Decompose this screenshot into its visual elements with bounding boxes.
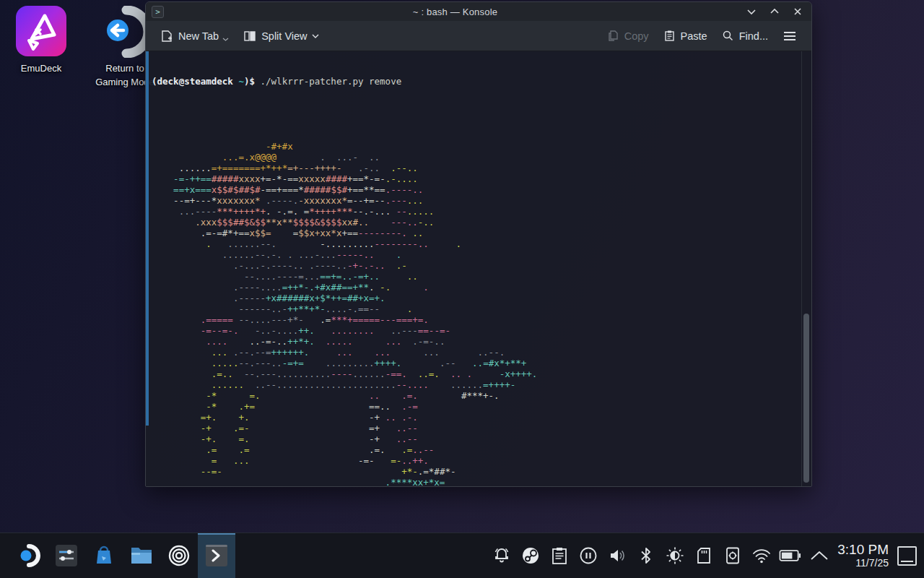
- desktop-icon-label: EmuDeck: [1, 62, 81, 76]
- system-settings-icon: [54, 543, 79, 568]
- paste-button[interactable]: Paste: [656, 25, 715, 46]
- paste-icon: [663, 30, 676, 42]
- chevron-down-icon: [222, 30, 229, 42]
- device-settings-button[interactable]: [721, 543, 744, 568]
- split-view-icon: [243, 30, 256, 43]
- bluetooth-icon: [638, 546, 654, 565]
- return-to-gaming-mode-icon: [99, 6, 151, 58]
- battery-indicator[interactable]: [779, 543, 801, 568]
- paste-label: Paste: [681, 30, 707, 42]
- device-gear-icon: [725, 546, 741, 565]
- wifi-icon: [751, 547, 772, 564]
- konsole-task-button[interactable]: [198, 533, 235, 578]
- show-desktop-button[interactable]: [897, 546, 917, 566]
- emudeck-icon: [15, 6, 67, 58]
- hamburger-icon: [783, 30, 797, 42]
- steam-button[interactable]: [519, 543, 541, 568]
- konsole-tab-icon: >: [152, 6, 164, 18]
- chevron-down-icon: [311, 32, 320, 40]
- speaker-icon: [608, 546, 627, 565]
- taskbar: 3:10 PM 11/7/25: [0, 532, 924, 578]
- concentric-circles-icon: [167, 544, 191, 567]
- discover-icon: [92, 544, 116, 567]
- wifi-button[interactable]: [750, 543, 772, 568]
- pause-circle-icon: [579, 546, 598, 565]
- desktop-icon-emudeck[interactable]: EmuDeck: [1, 6, 81, 76]
- clock-time: 3:10 PM: [837, 543, 889, 558]
- battery-icon: [779, 548, 801, 563]
- notifications-button[interactable]: [490, 543, 513, 568]
- new-tab-label: New Tab: [178, 30, 219, 42]
- ascii-art: -#+#x ...=.x@@@@ . ...- .. ......=+=====…: [152, 141, 800, 486]
- terminal-text: (deck@steamdeck ~)$ ./wlkrrr-patcher.py …: [152, 54, 800, 486]
- search-icon: [722, 30, 734, 42]
- chevron-up-icon: [809, 549, 829, 562]
- dolphin-button[interactable]: [123, 533, 160, 578]
- konsole-window: > ~ : bash — Konsole New Tab: [145, 1, 812, 487]
- sun-icon: [666, 546, 684, 565]
- new-tab-button[interactable]: New Tab: [153, 25, 236, 47]
- window-toolbar: New Tab Split View Copy: [146, 21, 811, 51]
- clock[interactable]: 3:10 PM 11/7/25: [837, 543, 889, 569]
- application-launcher-icon: [17, 544, 40, 567]
- scrollbar-track[interactable]: [801, 51, 811, 486]
- volume-button[interactable]: [606, 543, 628, 568]
- steam-icon: [521, 546, 540, 565]
- command-text: ./wlkrrr-patcher.py remove: [261, 76, 402, 87]
- system-settings-button[interactable]: [48, 533, 85, 578]
- new-output-marker: [146, 51, 149, 426]
- copy-icon: [607, 30, 619, 42]
- scrollbar-thumb[interactable]: [803, 314, 809, 483]
- sd-card-button[interactable]: [692, 543, 715, 568]
- hamburger-menu-button[interactable]: [775, 26, 804, 46]
- copy-label: Copy: [624, 30, 649, 42]
- bluetooth-button[interactable]: [635, 543, 657, 568]
- expand-tray-button[interactable]: [808, 543, 830, 568]
- bell-icon: [492, 546, 511, 565]
- application-launcher-button[interactable]: [10, 533, 48, 578]
- discover-button[interactable]: [85, 533, 123, 578]
- command-line: (deck@steamdeck ~)$ ./wlkrrr-patcher.py …: [152, 76, 800, 87]
- brightness-button[interactable]: [663, 543, 686, 568]
- terminal-area[interactable]: (deck@steamdeck ~)$ ./wlkrrr-patcher.py …: [146, 51, 811, 486]
- sd-card-icon: [696, 546, 712, 565]
- minimize-button[interactable]: [746, 7, 757, 17]
- maximize-button[interactable]: [770, 7, 780, 17]
- new-tab-icon: [160, 30, 173, 43]
- clipboard-button[interactable]: [548, 543, 570, 568]
- copy-button[interactable]: Copy: [600, 25, 656, 46]
- find-button[interactable]: Find...: [715, 25, 775, 46]
- clock-date: 11/7/25: [837, 558, 889, 569]
- find-label: Find...: [739, 30, 768, 42]
- split-view-button[interactable]: Split View: [236, 25, 326, 47]
- activities-button[interactable]: [160, 533, 198, 578]
- split-view-label: Split View: [261, 30, 307, 42]
- close-button[interactable]: [793, 7, 803, 17]
- window-title: ~ : bash — Konsole: [164, 7, 746, 17]
- clipboard-icon: [551, 546, 568, 565]
- media-pause-button[interactable]: [577, 543, 599, 568]
- konsole-icon: [204, 543, 229, 568]
- window-titlebar[interactable]: > ~ : bash — Konsole: [146, 2, 811, 21]
- dolphin-icon: [129, 545, 154, 566]
